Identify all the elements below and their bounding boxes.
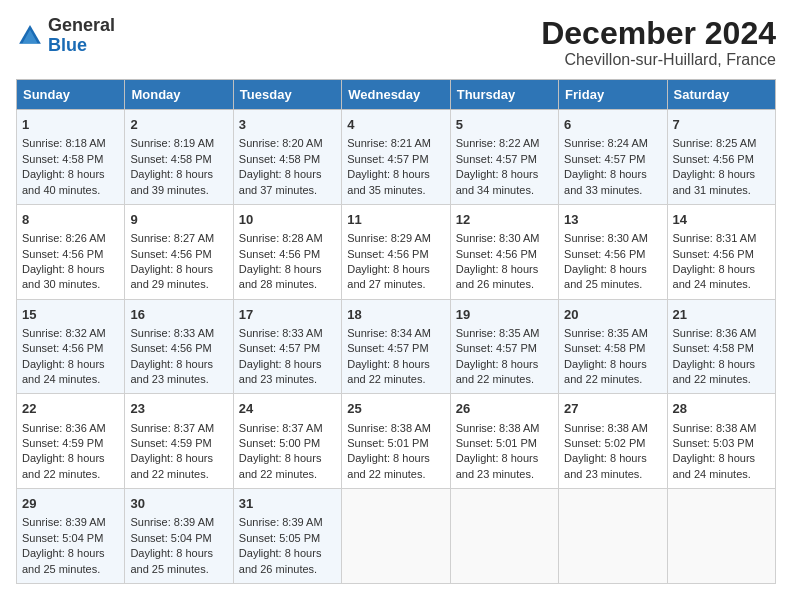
calendar-cell: 31Sunrise: 8:39 AMSunset: 5:05 PMDayligh…: [233, 489, 341, 584]
calendar-cell: 9Sunrise: 8:27 AMSunset: 4:56 PMDaylight…: [125, 204, 233, 299]
calendar-cell: 11Sunrise: 8:29 AMSunset: 4:56 PMDayligh…: [342, 204, 450, 299]
subtitle: Chevillon-sur-Huillard, France: [541, 51, 776, 69]
calendar-cell: 7Sunrise: 8:25 AMSunset: 4:56 PMDaylight…: [667, 110, 775, 205]
day-number: 13: [564, 211, 661, 229]
day-header: Friday: [559, 80, 667, 110]
day-number: 6: [564, 116, 661, 134]
calendar-cell: 1Sunrise: 8:18 AMSunset: 4:58 PMDaylight…: [17, 110, 125, 205]
day-header: Saturday: [667, 80, 775, 110]
day-number: 4: [347, 116, 444, 134]
calendar-cell: 22Sunrise: 8:36 AMSunset: 4:59 PMDayligh…: [17, 394, 125, 489]
calendar-week-row: 1Sunrise: 8:18 AMSunset: 4:58 PMDaylight…: [17, 110, 776, 205]
calendar-cell: 18Sunrise: 8:34 AMSunset: 4:57 PMDayligh…: [342, 299, 450, 394]
calendar-cell: [450, 489, 558, 584]
calendar-cell: 14Sunrise: 8:31 AMSunset: 4:56 PMDayligh…: [667, 204, 775, 299]
day-number: 16: [130, 306, 227, 324]
day-header: Thursday: [450, 80, 558, 110]
calendar-week-row: 8Sunrise: 8:26 AMSunset: 4:56 PMDaylight…: [17, 204, 776, 299]
calendar-week-row: 15Sunrise: 8:32 AMSunset: 4:56 PMDayligh…: [17, 299, 776, 394]
day-header: Sunday: [17, 80, 125, 110]
calendar-cell: 13Sunrise: 8:30 AMSunset: 4:56 PMDayligh…: [559, 204, 667, 299]
logo-blue: Blue: [48, 35, 87, 55]
logo: General Blue: [16, 16, 115, 56]
calendar-week-row: 22Sunrise: 8:36 AMSunset: 4:59 PMDayligh…: [17, 394, 776, 489]
day-number: 7: [673, 116, 770, 134]
calendar-cell: 24Sunrise: 8:37 AMSunset: 5:00 PMDayligh…: [233, 394, 341, 489]
day-number: 1: [22, 116, 119, 134]
calendar-cell: 25Sunrise: 8:38 AMSunset: 5:01 PMDayligh…: [342, 394, 450, 489]
calendar-cell: 17Sunrise: 8:33 AMSunset: 4:57 PMDayligh…: [233, 299, 341, 394]
calendar-cell: 28Sunrise: 8:38 AMSunset: 5:03 PMDayligh…: [667, 394, 775, 489]
day-number: 3: [239, 116, 336, 134]
calendar-cell: 29Sunrise: 8:39 AMSunset: 5:04 PMDayligh…: [17, 489, 125, 584]
calendar-cell: 26Sunrise: 8:38 AMSunset: 5:01 PMDayligh…: [450, 394, 558, 489]
calendar-cell: 3Sunrise: 8:20 AMSunset: 4:58 PMDaylight…: [233, 110, 341, 205]
calendar-cell: 10Sunrise: 8:28 AMSunset: 4:56 PMDayligh…: [233, 204, 341, 299]
main-title: December 2024: [541, 16, 776, 51]
day-number: 21: [673, 306, 770, 324]
calendar-cell: 21Sunrise: 8:36 AMSunset: 4:58 PMDayligh…: [667, 299, 775, 394]
logo-text: General Blue: [48, 16, 115, 56]
calendar-cell: [342, 489, 450, 584]
calendar-cell: 20Sunrise: 8:35 AMSunset: 4:58 PMDayligh…: [559, 299, 667, 394]
calendar-cell: 30Sunrise: 8:39 AMSunset: 5:04 PMDayligh…: [125, 489, 233, 584]
calendar-cell: 4Sunrise: 8:21 AMSunset: 4:57 PMDaylight…: [342, 110, 450, 205]
page-header: General Blue December 2024 Chevillon-sur…: [16, 16, 776, 69]
day-number: 29: [22, 495, 119, 513]
day-number: 27: [564, 400, 661, 418]
day-number: 24: [239, 400, 336, 418]
calendar-cell: 8Sunrise: 8:26 AMSunset: 4:56 PMDaylight…: [17, 204, 125, 299]
calendar-cell: 16Sunrise: 8:33 AMSunset: 4:56 PMDayligh…: [125, 299, 233, 394]
title-block: December 2024 Chevillon-sur-Huillard, Fr…: [541, 16, 776, 69]
logo-general: General: [48, 15, 115, 35]
day-number: 25: [347, 400, 444, 418]
day-number: 19: [456, 306, 553, 324]
calendar-cell: 15Sunrise: 8:32 AMSunset: 4:56 PMDayligh…: [17, 299, 125, 394]
calendar-cell: 2Sunrise: 8:19 AMSunset: 4:58 PMDaylight…: [125, 110, 233, 205]
day-number: 22: [22, 400, 119, 418]
calendar-cell: 27Sunrise: 8:38 AMSunset: 5:02 PMDayligh…: [559, 394, 667, 489]
day-number: 10: [239, 211, 336, 229]
calendar-table: SundayMondayTuesdayWednesdayThursdayFrid…: [16, 79, 776, 584]
day-number: 9: [130, 211, 227, 229]
day-number: 31: [239, 495, 336, 513]
day-number: 12: [456, 211, 553, 229]
day-header: Tuesday: [233, 80, 341, 110]
day-number: 26: [456, 400, 553, 418]
day-number: 23: [130, 400, 227, 418]
day-number: 15: [22, 306, 119, 324]
calendar-cell: [667, 489, 775, 584]
day-number: 8: [22, 211, 119, 229]
calendar-week-row: 29Sunrise: 8:39 AMSunset: 5:04 PMDayligh…: [17, 489, 776, 584]
day-number: 18: [347, 306, 444, 324]
day-header: Monday: [125, 80, 233, 110]
calendar-cell: [559, 489, 667, 584]
day-number: 17: [239, 306, 336, 324]
calendar-cell: 6Sunrise: 8:24 AMSunset: 4:57 PMDaylight…: [559, 110, 667, 205]
day-number: 30: [130, 495, 227, 513]
day-number: 14: [673, 211, 770, 229]
calendar-cell: 23Sunrise: 8:37 AMSunset: 4:59 PMDayligh…: [125, 394, 233, 489]
calendar-cell: 5Sunrise: 8:22 AMSunset: 4:57 PMDaylight…: [450, 110, 558, 205]
day-number: 28: [673, 400, 770, 418]
logo-icon: [16, 22, 44, 50]
day-number: 20: [564, 306, 661, 324]
day-number: 2: [130, 116, 227, 134]
calendar-cell: 19Sunrise: 8:35 AMSunset: 4:57 PMDayligh…: [450, 299, 558, 394]
day-number: 11: [347, 211, 444, 229]
day-header: Wednesday: [342, 80, 450, 110]
day-number: 5: [456, 116, 553, 134]
calendar-cell: 12Sunrise: 8:30 AMSunset: 4:56 PMDayligh…: [450, 204, 558, 299]
